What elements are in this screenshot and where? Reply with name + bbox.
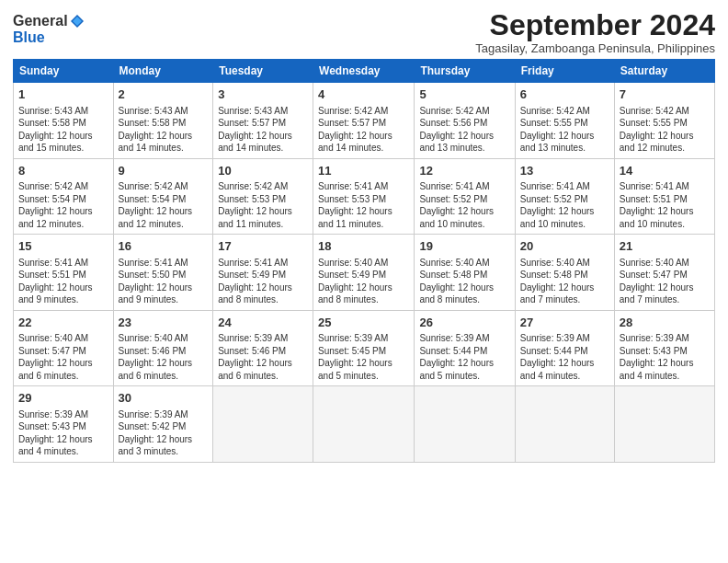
day-number: 23 [119,315,209,331]
day-info: Sunset: 5:55 PM [620,117,710,130]
day-info: Daylight: 12 hours [18,357,108,370]
day-info: and 4 minutes. [18,445,108,458]
day-info: Sunset: 5:46 PM [218,345,308,358]
table-row: 2Sunrise: 5:43 AMSunset: 5:58 PMDaylight… [113,83,213,159]
day-info: and 5 minutes. [419,370,509,383]
day-info: Daylight: 12 hours [218,205,308,218]
day-number: 19 [419,238,509,255]
table-row [614,386,714,463]
calendar-week-row: 1Sunrise: 5:43 AMSunset: 5:58 PMDaylight… [14,83,715,159]
subtitle: Tagasilay, Zamboanga Peninsula, Philippi… [475,41,715,55]
day-info: and 6 minutes. [18,370,108,383]
day-number: 6 [520,86,609,103]
day-info: Sunrise: 5:42 AM [318,105,409,118]
logo-blue: Blue [13,29,45,45]
day-info: Sunset: 5:54 PM [18,193,108,206]
day-info: Daylight: 12 hours [419,357,509,370]
day-info: Daylight: 12 hours [18,282,108,294]
table-row: 9Sunrise: 5:42 AMSunset: 5:54 PMDaylight… [113,158,213,235]
day-number: 12 [419,163,509,179]
table-row: 6Sunrise: 5:42 AMSunset: 5:55 PMDaylight… [515,83,614,159]
day-info: and 12 minutes. [620,142,710,155]
table-row [515,386,614,463]
calendar-week-row: 15Sunrise: 5:41 AMSunset: 5:51 PMDayligh… [14,235,715,311]
day-info: Sunset: 5:44 PM [520,345,609,358]
day-info: Sunrise: 5:41 AM [18,257,108,270]
day-info: Sunrise: 5:41 AM [620,180,710,193]
day-info: Sunrise: 5:43 AM [218,105,308,118]
day-info: Daylight: 12 hours [18,433,108,446]
day-info: Daylight: 12 hours [18,130,108,143]
day-info: Sunrise: 5:39 AM [520,332,609,345]
table-row: 16Sunrise: 5:41 AMSunset: 5:50 PMDayligh… [113,235,213,311]
day-info: Daylight: 12 hours [419,205,509,218]
col-monday: Monday [113,60,213,83]
calendar-week-row: 29Sunrise: 5:39 AMSunset: 5:43 PMDayligh… [14,386,715,463]
day-info: and 14 minutes. [119,142,209,155]
day-info: Daylight: 12 hours [218,282,308,294]
day-info: and 9 minutes. [119,293,209,306]
day-info: and 4 minutes. [520,370,609,383]
day-number: 18 [318,238,409,255]
day-number: 1 [18,86,108,103]
day-info: Sunrise: 5:43 AM [119,105,209,118]
day-number: 3 [218,86,308,103]
day-info: Daylight: 12 hours [119,205,209,218]
day-info: Sunset: 5:57 PM [318,117,409,130]
table-row: 10Sunrise: 5:42 AMSunset: 5:53 PMDayligh… [213,158,313,235]
day-info: and 6 minutes. [119,370,209,383]
day-number: 29 [18,390,108,407]
day-info: Sunrise: 5:39 AM [218,332,308,345]
day-info: Daylight: 12 hours [119,433,209,446]
day-info: Sunrise: 5:39 AM [318,332,409,345]
day-number: 22 [18,315,108,331]
day-info: Daylight: 12 hours [318,205,409,218]
day-info: and 11 minutes. [318,218,409,231]
day-info: Sunrise: 5:39 AM [620,332,710,345]
day-info: Sunset: 5:49 PM [218,269,308,282]
day-info: Sunset: 5:54 PM [119,193,209,206]
table-row: 5Sunrise: 5:42 AMSunset: 5:56 PMDaylight… [415,83,515,159]
calendar-week-row: 22Sunrise: 5:40 AMSunset: 5:47 PMDayligh… [14,310,715,386]
day-info: Sunset: 5:56 PM [419,117,509,130]
day-info: and 10 minutes. [419,218,509,231]
day-info: Sunrise: 5:39 AM [119,408,209,421]
day-info: Sunrise: 5:42 AM [119,180,209,193]
day-number: 17 [218,238,308,255]
day-info: Sunset: 5:46 PM [119,345,209,358]
day-info: Sunrise: 5:42 AM [419,105,509,118]
day-info: Sunset: 5:47 PM [18,345,108,358]
col-wednesday: Wednesday [313,60,415,83]
table-row: 30Sunrise: 5:39 AMSunset: 5:42 PMDayligh… [113,386,213,463]
day-info: Sunrise: 5:41 AM [119,257,209,270]
table-row: 19Sunrise: 5:40 AMSunset: 5:48 PMDayligh… [415,235,515,311]
day-info: Daylight: 12 hours [520,357,609,370]
table-row: 20Sunrise: 5:40 AMSunset: 5:48 PMDayligh… [515,235,614,311]
day-info: Daylight: 12 hours [520,282,609,294]
day-info: Sunrise: 5:41 AM [419,180,509,193]
day-info: Sunset: 5:55 PM [520,117,609,130]
day-info: Sunset: 5:57 PM [218,117,308,130]
title-block: September 2024 Tagasilay, Zamboanga Peni… [475,9,715,55]
day-number: 30 [119,390,209,407]
day-info: and 3 minutes. [119,445,209,458]
day-info: and 8 minutes. [419,293,509,306]
day-info: Daylight: 12 hours [218,357,308,370]
table-row: 13Sunrise: 5:41 AMSunset: 5:52 PMDayligh… [515,158,614,235]
day-info: Daylight: 12 hours [318,282,409,294]
table-row: 29Sunrise: 5:39 AMSunset: 5:43 PMDayligh… [14,386,114,463]
calendar-header-row: Sunday Monday Tuesday Wednesday Thursday… [14,60,715,83]
day-info: Daylight: 12 hours [218,130,308,143]
day-info: Sunset: 5:51 PM [18,269,108,282]
day-info: Sunset: 5:45 PM [318,345,409,358]
col-friday: Friday [515,60,614,83]
table-row: 14Sunrise: 5:41 AMSunset: 5:51 PMDayligh… [614,158,714,235]
table-row [415,386,515,463]
day-info: Sunrise: 5:40 AM [620,257,710,270]
day-info: Sunset: 5:48 PM [419,269,509,282]
day-info: Daylight: 12 hours [419,130,509,143]
day-info: Sunset: 5:50 PM [119,269,209,282]
day-info: and 13 minutes. [419,142,509,155]
day-info: Sunset: 5:58 PM [18,117,108,130]
table-row: 25Sunrise: 5:39 AMSunset: 5:45 PMDayligh… [313,310,415,386]
